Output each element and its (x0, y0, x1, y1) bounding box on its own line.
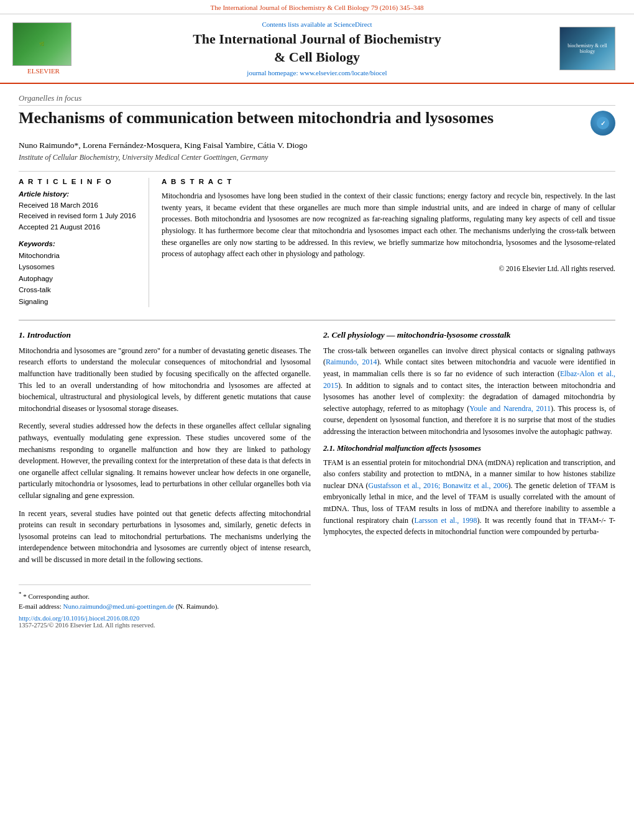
ref-youle2011[interactable]: Youle and Narendra, 2011 (469, 404, 551, 413)
ref-gustafsson2016[interactable]: Gustafsson et al., 2016; Bonawitz et al.… (369, 481, 508, 490)
svg-text:✓: ✓ (600, 120, 605, 127)
sciencedirect-link[interactable]: ScienceDirect (334, 21, 372, 28)
article-title-row: Mechanisms of communication between mito… (19, 108, 615, 136)
section1-para1: Mitochondria and lysosomes are "ground z… (19, 345, 311, 415)
footer-area: * * Corresponding author. E-mail address… (19, 584, 311, 629)
affiliation-line: Institute of Cellular Biochemistry, Univ… (19, 153, 615, 162)
right-logo-area: biochemistry & cell biology (559, 27, 622, 70)
left-logo-area: 🌿 ELSEVIER (12, 22, 75, 75)
journal-center-info: Contents lists available at ScienceDirec… (81, 21, 553, 76)
journal-citation: The International Journal of Biochemistr… (211, 4, 424, 11)
contents-available-line: Contents lists available at ScienceDirec… (81, 21, 553, 28)
section2-title: 2. Cell physiology — mitochondria-lysoso… (323, 330, 615, 340)
info-abstract-section: A R T I C L E I N F O Article history: R… (19, 171, 615, 307)
main-content: 1. Introduction Mitochondria and lysosom… (19, 320, 615, 629)
keywords-heading: Keywords: (19, 240, 136, 247)
crossmark-badge[interactable]: ✓ (590, 111, 615, 136)
keyword-5: Signaling (19, 296, 136, 307)
right-column: 2. Cell physiology — mitochondria-lysoso… (323, 330, 615, 629)
accepted-date: Accepted 21 August 2016 (19, 222, 136, 233)
keyword-4: Cross-talk (19, 284, 136, 295)
journal-brand-image: biochemistry & cell biology (559, 27, 615, 70)
article-info-panel: A R T I C L E I N F O Article history: R… (19, 178, 149, 307)
author-email[interactable]: Nuno.raimundo@med.uni-goettingen.de (63, 602, 173, 610)
ref-larsson1998[interactable]: Larsson et al., 1998 (414, 516, 477, 525)
crossmark-icon: ✓ (596, 116, 610, 130)
keywords-block: Keywords: Mitochondria Lysosomes Autopha… (19, 240, 136, 307)
homepage-url[interactable]: www.elsevier.com/locate/biocel (300, 69, 387, 76)
corresponding-author-note: * * Corresponding author. (19, 590, 311, 601)
ref-elbaz2015[interactable]: Elbaz-Alon et al., 2015 (323, 369, 615, 390)
issn-line: 1357-2725/© 2016 Elsevier Ltd. All right… (19, 622, 311, 629)
section1-para3: In recent years, several studies have po… (19, 508, 311, 566)
abstract-panel: A B S T R A C T Mitochondria and lysosom… (149, 178, 615, 307)
keyword-2: Lysosomes (19, 261, 136, 272)
subsection-2-1-title: 2.1. Mitochondrial malfunction affects l… (323, 444, 615, 453)
article-title-text: Mechanisms of communication between mito… (19, 108, 584, 129)
journal-header: 🌿 ELSEVIER Contents lists available at S… (0, 14, 634, 84)
left-column: 1. Introduction Mitochondria and lysosom… (19, 330, 311, 629)
ref-raimundo2014[interactable]: Raimundo, 2014 (326, 358, 377, 366)
abstract-text: Mitochondria and lysosomes have long bee… (162, 190, 615, 260)
email-line: E-mail address: Nuno.raimundo@med.uni-go… (19, 601, 311, 612)
footnote-star: * (19, 591, 22, 597)
journal-thumbnail-image: 🌿 (12, 22, 71, 66)
elsevier-brand: ELSEVIER (12, 67, 75, 75)
keyword-1: Mitochondria (19, 250, 136, 261)
article-info-heading: A R T I C L E I N F O (19, 178, 136, 185)
section2-para2: TFAM is an essential protein for mitocho… (323, 457, 615, 538)
section-tag: Organelles in focus (19, 93, 615, 106)
received-date: Received 18 March 2016 (19, 200, 136, 211)
top-bar: The International Journal of Biochemistr… (0, 0, 634, 14)
section1-para2: Recently, several studies addressed how … (19, 420, 311, 501)
homepage-line: journal homepage: www.elsevier.com/locat… (81, 69, 553, 76)
journal-title: The International Journal of Biochemistr… (81, 30, 553, 66)
revised-date: Received in revised form 1 July 2016 (19, 211, 136, 221)
doi-line[interactable]: http://dx.doi.org/10.1016/j.biocel.2016.… (19, 615, 311, 622)
article-body: Organelles in focus Mechanisms of commun… (0, 84, 634, 638)
abstract-heading: A B S T R A C T (162, 178, 615, 185)
history-heading: Article history: (19, 190, 136, 198)
section2-para1: The cross-talk between organelles can in… (323, 345, 615, 438)
keyword-3: Autophagy (19, 273, 136, 284)
section1-title: 1. Introduction (19, 330, 311, 340)
authors-line: Nuno Raimundo*, Lorena Fernández-Mosquer… (19, 141, 615, 150)
copyright-line: © 2016 Elsevier Ltd. All rights reserved… (162, 264, 615, 275)
